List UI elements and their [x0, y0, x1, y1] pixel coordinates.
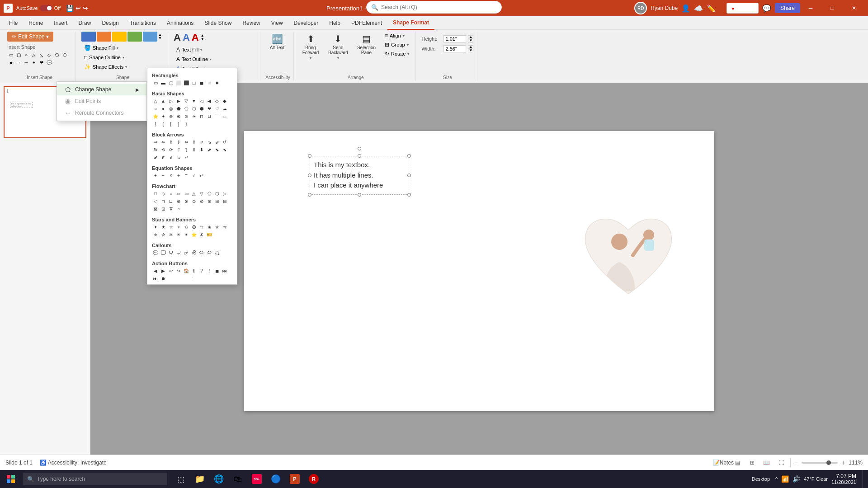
bs-6[interactable]: ▼ — [190, 97, 198, 104]
star-5[interactable]: ✩ — [183, 223, 190, 230]
close-button[interactable]: ✕ — [844, 0, 864, 16]
co-2[interactable]: 💭 — [160, 249, 167, 256]
ab-8[interactable]: ! — [206, 267, 213, 274]
presenter-view-btn[interactable]: ⛶ — [776, 457, 787, 468]
star-11[interactable]: ✯ — [152, 231, 159, 238]
star-7[interactable]: ✫ — [198, 223, 205, 230]
quick-access-redo[interactable]: ↪ — [83, 5, 88, 12]
fc-13[interactable]: ⊔ — [167, 197, 175, 205]
user-avatar[interactable]: RD — [634, 2, 647, 14]
star-2[interactable]: ★ — [160, 223, 167, 230]
wordart-more-btn[interactable]: ▲ ▼ — [201, 34, 204, 41]
bs-28[interactable]: ⊔ — [206, 113, 213, 120]
fc-21[interactable]: ⊠ — [152, 205, 159, 212]
zoom-in-icon[interactable]: + — [841, 459, 845, 466]
fc-9[interactable]: ⬡ — [213, 190, 221, 197]
ab-2[interactable]: ▶ — [160, 267, 167, 274]
ba-2[interactable]: ⇐ — [160, 138, 167, 145]
star-17[interactable]: 🎗 — [198, 231, 205, 238]
shape-fill-btn[interactable]: 🪣 Shape Fill ▾ — [81, 44, 121, 52]
edit-shape-button[interactable]: ✏ Edit Shape ▾ — [7, 32, 53, 42]
fc-4[interactable]: ▱ — [175, 190, 182, 197]
star-14[interactable]: ✳ — [175, 231, 182, 238]
shape-rect-9[interactable]: ◾ — [213, 79, 221, 86]
bs-32[interactable]: { — [160, 120, 167, 127]
shape-rect-7[interactable]: ◼ — [198, 79, 205, 86]
eq-2[interactable]: − — [160, 172, 167, 179]
style-preset-4[interactable] — [127, 32, 142, 42]
star-18[interactable]: 🎫 — [206, 231, 213, 238]
bs-13[interactable]: ◎ — [167, 105, 175, 112]
bs-17[interactable]: ⬢ — [198, 105, 205, 112]
shape-round-rect[interactable]: ▢ — [15, 51, 22, 58]
shape-rt-triangle[interactable]: ◺ — [38, 51, 45, 58]
shape-star[interactable]: ★ — [7, 59, 14, 66]
co-1[interactable]: 💬 — [152, 249, 159, 256]
selected-textbox[interactable]: This is my textbox.It has multiple lines… — [310, 156, 409, 195]
sound-icon[interactable]: 🔊 — [793, 475, 800, 483]
bs-10[interactable]: ◆ — [221, 97, 228, 104]
fc-19[interactable]: ⊞ — [213, 197, 221, 205]
tab-shapeformat[interactable]: Shape Format — [387, 16, 434, 30]
tab-developer[interactable]: Developer — [288, 16, 324, 30]
star-6[interactable]: ✪ — [190, 223, 198, 230]
shape-rect-3[interactable]: ▢ — [167, 79, 175, 86]
selection-pane-btn[interactable]: ▤ SelectionPane — [354, 32, 378, 57]
ba-22[interactable]: ↱ — [160, 154, 167, 161]
fc-5[interactable]: ▭ — [183, 190, 190, 197]
search-bar[interactable]: 🔍 — [366, 1, 502, 14]
ab-6[interactable]: ℹ — [190, 267, 198, 274]
search-input[interactable] — [381, 4, 497, 10]
ba-14[interactable]: ⤴ — [175, 146, 182, 153]
bs-21[interactable]: ⭐ — [152, 113, 159, 120]
pen-icon[interactable]: ✏️ — [707, 4, 716, 13]
bs-27[interactable]: ⊓ — [198, 113, 205, 120]
ba-18[interactable]: ⬈ — [206, 146, 213, 153]
fc-22[interactable]: ⊡ — [160, 205, 167, 212]
bs-1[interactable]: △ — [152, 97, 159, 104]
star-12[interactable]: ✰ — [160, 231, 167, 238]
tab-insert[interactable]: Insert — [48, 16, 73, 30]
ba-9[interactable]: ⇙ — [213, 138, 221, 145]
style-preset-3[interactable] — [112, 32, 127, 42]
zoom-thumb[interactable] — [826, 460, 831, 465]
taskbar-search[interactable]: 🔍 Type here to search — [23, 473, 167, 485]
shape-rect-6[interactable]: ◻ — [190, 79, 198, 86]
shape-rect-8[interactable]: ◽ — [206, 79, 213, 86]
eq-4[interactable]: ÷ — [175, 172, 182, 179]
align-btn[interactable]: ≡ Align ▾ — [382, 32, 412, 40]
comment-icon[interactable]: 💬 — [762, 4, 771, 13]
start-button[interactable] — [2, 470, 20, 488]
ba-7[interactable]: ⇗ — [198, 138, 205, 145]
style-more-btn[interactable]: ▲ ▼ — [158, 33, 162, 40]
powerpoint-taskbar-btn[interactable]: P — [286, 470, 304, 488]
bs-7[interactable]: ◁ — [198, 97, 205, 104]
shape-arrow[interactable]: → — [15, 59, 22, 66]
fc-6[interactable]: △ — [190, 190, 198, 197]
ab-4[interactable]: ↪ — [175, 267, 182, 274]
handle-tr[interactable] — [407, 154, 411, 158]
tab-animations[interactable]: Animations — [161, 16, 199, 30]
width-input[interactable] — [443, 45, 466, 52]
tab-draw[interactable]: Draw — [73, 16, 96, 30]
up-arrow[interactable]: ^ — [775, 476, 778, 482]
star-13[interactable]: ✲ — [167, 231, 175, 238]
fc-20[interactable]: ⊟ — [221, 197, 228, 205]
app-99-btn[interactable]: 99+ — [248, 470, 266, 488]
co-9[interactable]: 🗯 — [213, 249, 221, 256]
shape-callout[interactable]: 💬 — [46, 59, 53, 66]
bs-34[interactable]: ] — [175, 120, 182, 127]
bs-20[interactable]: ☁ — [221, 105, 228, 112]
scroll-hint[interactable]: ⋮ — [152, 277, 232, 282]
height-spin[interactable]: ▲ ▼ — [468, 35, 473, 42]
shape-effects-btn[interactable]: ✨ Shape Effects ▾ — [81, 63, 130, 71]
clock[interactable]: 7:07 PM 11/28/2021 — [831, 473, 856, 485]
handle-tl[interactable] — [308, 154, 311, 158]
bs-4[interactable]: ▶ — [175, 97, 182, 104]
share-button[interactable]: Share — [775, 3, 800, 13]
fc-23[interactable]: ∇ — [167, 205, 175, 212]
tab-help[interactable]: Help — [324, 16, 346, 30]
shape-pentagon[interactable]: ⬠ — [53, 51, 61, 58]
ba-21[interactable]: ⬋ — [152, 154, 159, 161]
fc-10[interactable]: ▷ — [221, 190, 228, 197]
